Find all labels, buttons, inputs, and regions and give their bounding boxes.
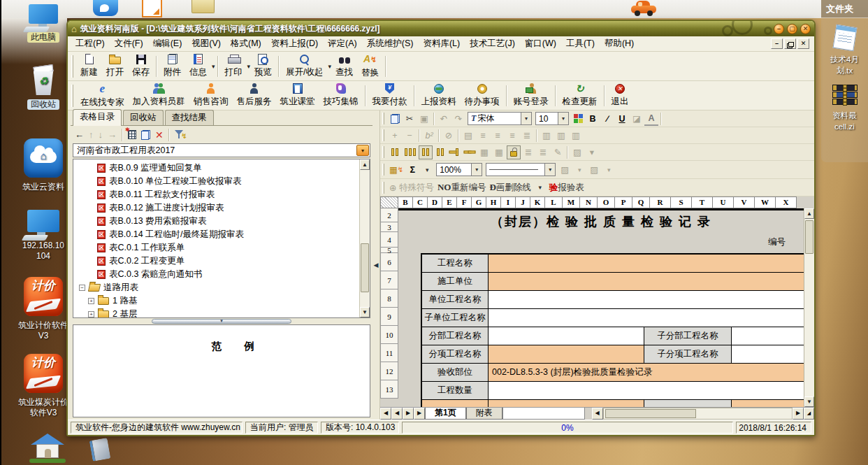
expand-expander[interactable]: + (88, 298, 94, 304)
sub-label-cell[interactable] (644, 400, 732, 407)
hatch-light-button[interactable]: ▥ (569, 129, 583, 143)
column-header[interactable]: D (428, 196, 442, 208)
desktop-car-icon[interactable] (631, 1, 656, 16)
nav-down-button[interactable]: ↓ (99, 129, 103, 140)
tree-item[interactable]: 区表B.0.14 工程临时/最终延期报审表 (76, 228, 370, 241)
menu-item-help[interactable]: 帮助(H) (600, 38, 639, 50)
annotate-button[interactable]: ✎ (551, 145, 565, 159)
column-header[interactable]: T (692, 196, 713, 208)
login-button[interactable]: 账号登录 (509, 83, 553, 109)
tree-item[interactable]: 区表C.0.1 工作联系单 (76, 241, 370, 255)
data-cell[interactable] (489, 255, 804, 272)
delete-form-button[interactable]: ✕ (155, 129, 164, 141)
menu-item-window[interactable]: 窗口(W) (520, 38, 561, 50)
toolbar-grip[interactable] (382, 146, 384, 158)
zoom-select[interactable]: 100%▾ (436, 163, 482, 176)
scroll-up-button[interactable]: ▲ (804, 208, 814, 219)
t ab-form-directory[interactable]: 表格目录 (73, 109, 122, 126)
menu-item-maintain[interactable]: 系统维护(S) (362, 38, 419, 50)
hatch-dense-button[interactable]: ▥ (540, 129, 554, 143)
font-dropdown[interactable]: ▾ (521, 113, 531, 124)
split-row-button[interactable] (463, 145, 477, 159)
column-header[interactable]: O (598, 196, 615, 208)
auto-table-button[interactable]: ▦↯ (388, 163, 405, 177)
tree-folder[interactable]: −道路用表 (76, 281, 370, 294)
diagonal2-dropdown[interactable]: ▾ (602, 163, 616, 177)
column-header[interactable]: I (501, 196, 516, 208)
data-cell[interactable]: 002-DL8.5.3-3 (封层)检验批质量检验记录 (489, 364, 804, 381)
data-cell[interactable] (489, 400, 644, 407)
menu-item-format[interactable]: 格式(M) (226, 38, 266, 50)
sheet-tab-page1[interactable]: 第1页 (425, 408, 466, 420)
menu-item-report[interactable]: 资料上报(D) (266, 38, 323, 50)
document-title[interactable]: （封层）检 验 批 质 量 检 验 记 录 (398, 208, 804, 232)
scroll-up-button[interactable]: ▲ (360, 159, 370, 170)
copy-form-button[interactable] (141, 130, 150, 140)
italic-button[interactable]: ∕ (600, 112, 614, 126)
toolbar-grip[interactable] (382, 129, 384, 141)
align-right-button[interactable]: ≡ (505, 129, 519, 143)
renumber-button[interactable]: NO重新编号 (436, 180, 488, 194)
column-header[interactable]: J (516, 196, 530, 208)
find-button[interactable]: 查找 (331, 53, 357, 80)
tree-folder[interactable]: +1 路基 (76, 294, 370, 308)
tips-button[interactable]: 技巧集锦 (319, 83, 363, 109)
insert-picture-button[interactable]: ▨ (570, 145, 584, 159)
mdi-close-button[interactable]: ✕ (797, 38, 809, 49)
sales-button[interactable]: 销售咨询 (189, 83, 233, 109)
paste-button[interactable]: ▣ (417, 112, 431, 126)
filter-button[interactable]: ↯ (175, 129, 185, 140)
document-number-label[interactable]: 编号 (768, 236, 786, 248)
column-header[interactable]: S (671, 196, 692, 208)
desktop-home-icon[interactable] (29, 434, 66, 463)
superscript-button[interactable]: b² (422, 129, 436, 143)
join-group-button[interactable]: 加入资料员群 (129, 83, 189, 109)
toolbar-grip[interactable] (71, 55, 73, 78)
row-label-cell[interactable]: 验收部位 (422, 364, 489, 381)
preview-button[interactable]: 预览 (250, 53, 276, 80)
vertical-splitter[interactable]: ◀ (372, 110, 379, 420)
tree-item[interactable]: 区表B.0.12 施工进度计划报审表 (76, 201, 370, 215)
align-justify-button[interactable]: ≣ (520, 129, 534, 143)
prev-sheet-button[interactable]: ◀ (391, 408, 403, 420)
col-width-button[interactable]: ≣ (536, 145, 550, 159)
next-sheet-button[interactable]: ▶ (403, 408, 414, 420)
menu-item-project[interactable]: 工程(P) (71, 38, 110, 50)
column-header[interactable]: C (413, 196, 428, 208)
scroll-track[interactable] (603, 408, 793, 420)
row-label-cell[interactable]: 工程名称 (422, 255, 489, 272)
data-cell[interactable] (732, 327, 804, 345)
find-expert-button[interactable]: e在线找专家 (76, 83, 129, 109)
sum-button[interactable]: Σ (405, 163, 419, 177)
expand-expander[interactable]: + (88, 311, 94, 317)
menu-item-file[interactable]: 文件(F) (110, 38, 148, 50)
scroll-thumb[interactable] (605, 409, 696, 418)
sheet-horizontal-scrollbar[interactable]: ◀ ▶ ◢ (592, 408, 814, 420)
size-dropdown[interactable]: ▾ (558, 113, 568, 124)
after-sales-button[interactable]: 售后服务 (233, 83, 276, 109)
align-block-button[interactable]: ▤ (461, 129, 475, 143)
splitter-collapse-arrow[interactable]: ◀ (374, 262, 379, 269)
data-cell[interactable] (489, 273, 804, 290)
row-header[interactable]: 3 (380, 222, 398, 232)
data-cell[interactable] (489, 382, 804, 399)
column-header[interactable]: V (734, 196, 755, 208)
upload-button[interactable]: 上报资料 (417, 83, 461, 109)
unmerge-cells-button[interactable]: ▦ (492, 145, 506, 159)
tree-item[interactable]: 区表B.0.9 监理通知回复单 (76, 162, 370, 175)
sheet-vertical-scrollbar[interactable]: ▲ ▼ (804, 208, 814, 407)
row-header[interactable]: 6 (380, 253, 398, 271)
inspection-form-button[interactable]: 验报验表 (548, 180, 586, 194)
tree-item[interactable]: 区表B.0.10 单位工程竣工验收报审表 (76, 175, 370, 188)
font-color-button[interactable]: A (644, 112, 658, 126)
diagonal-dropdown[interactable]: ▾ (572, 163, 586, 177)
exit-button[interactable]: ✕退出 (607, 83, 633, 109)
first-sheet-button[interactable]: ◀ (380, 408, 391, 420)
scroll-down-button[interactable]: ▼ (360, 307, 370, 317)
desktop-icon-pricing-v3[interactable]: 计价 筑业计价软件V3 (14, 277, 73, 341)
nav-up-button[interactable]: ↑ (89, 129, 94, 140)
row-header[interactable]: 9 (380, 308, 398, 326)
column-header[interactable]: P (615, 196, 632, 208)
nav-forward-button[interactable]: → (108, 129, 117, 140)
row-header[interactable]: 5 (380, 248, 398, 253)
